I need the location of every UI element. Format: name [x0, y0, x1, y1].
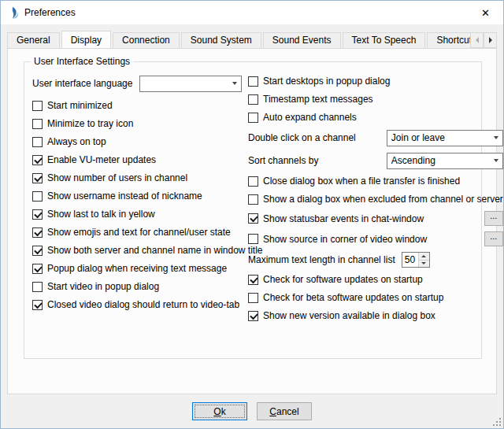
- resize-grip[interactable]: [491, 416, 502, 427]
- sort-channels-label: Sort channels by: [248, 155, 318, 166]
- tab-sound-events[interactable]: Sound Events: [263, 32, 341, 48]
- checkbox-row-auto-expand-channels[interactable]: Auto expand channels: [248, 111, 503, 124]
- checkbox-label: Popup dialog when receiving text message: [47, 263, 227, 274]
- checkbox-row-timestamp-messages[interactable]: Timestamp text messages: [248, 93, 503, 105]
- checkbox-label: Close dialog box when a file transfer is…: [263, 176, 460, 187]
- cancel-accel: C: [269, 406, 276, 417]
- close-button[interactable]: ✕: [468, 2, 503, 24]
- checkbox[interactable]: [32, 101, 43, 111]
- checkbox-label: Timestamp text messages: [263, 94, 373, 105]
- checkbox[interactable]: [32, 282, 43, 292]
- cancel-button[interactable]: Cancel: [257, 402, 312, 420]
- chevron-down-icon: [421, 262, 426, 264]
- checkbox-label: Show last to talk in yellow: [47, 209, 155, 220]
- checkbox-label: Auto expand channels: [263, 112, 357, 123]
- checkbox-row-start-minimized[interactable]: Start minimized: [32, 99, 248, 112]
- checkbox-row-vu-meter-updates[interactable]: Enable VU-meter updates: [32, 153, 248, 166]
- checkbox[interactable]: [32, 119, 43, 129]
- checkbox-row-username-instead-nickname[interactable]: Show username instead of nickname: [32, 190, 248, 202]
- checkbox-label: Show new version available in dialog box: [263, 310, 435, 321]
- ok-button[interactable]: Ok: [192, 402, 247, 420]
- checkbox[interactable]: [32, 137, 43, 147]
- checkbox-label: Enable VU-meter updates: [47, 154, 156, 165]
- checkbox-row-last-to-talk-yellow[interactable]: Show last to talk in yellow: [32, 208, 248, 220]
- double-click-label: Double click on a channel: [248, 132, 356, 143]
- checkbox-label: Show emojis and text for channel/user st…: [47, 227, 231, 238]
- spinner-down-button[interactable]: [419, 261, 429, 268]
- right-settings-column: Start desktops in popup dialog Timestamp…: [248, 75, 503, 322]
- checkbox-row-check-beta-updates[interactable]: Check for beta software updates on start…: [248, 291, 503, 304]
- checkbox-label: Show both server and channel name in win…: [47, 245, 263, 256]
- checkbox[interactable]: [32, 227, 43, 238]
- checkbox-label: Show username instead of nickname: [47, 190, 202, 202]
- tab-scroll-buttons: [470, 32, 497, 48]
- tab-display[interactable]: Display: [61, 31, 111, 48]
- tab-scroll-left-button[interactable]: [470, 32, 484, 48]
- checkbox[interactable]: [248, 234, 258, 244]
- checkbox-row-video-popup-dialog[interactable]: Start video in popup dialog: [32, 280, 248, 293]
- sort-channels-dropdown[interactable]: Ascending: [387, 153, 503, 169]
- checkbox[interactable]: [248, 213, 258, 224]
- checkbox-label: Show statusbar events in chat-window: [263, 213, 424, 224]
- checkbox[interactable]: [248, 293, 258, 303]
- max-text-length-spinner[interactable]: 50: [402, 252, 430, 268]
- video-source-config-button[interactable]: ...: [484, 231, 503, 246]
- checkbox-row-check-updates[interactable]: Check for software updates on startup: [248, 273, 503, 286]
- preferences-dialog: Preferences ✕ General Display Connection…: [0, 0, 504, 429]
- statusbar-events-config-button[interactable]: ...: [484, 211, 503, 226]
- checkbox-label: Minimize to tray icon: [47, 118, 133, 129]
- checkbox[interactable]: [248, 76, 258, 87]
- statusbar-events-row[interactable]: Show statusbar events in chat-window ...: [248, 211, 503, 226]
- tab-text-to-speech[interactable]: Text To Speech: [343, 32, 426, 48]
- language-row: User interface language: [32, 75, 248, 92]
- checkbox[interactable]: [248, 275, 258, 285]
- checkbox[interactable]: [32, 155, 43, 165]
- tab-connection[interactable]: Connection: [113, 32, 180, 48]
- tab-scroll-right-button[interactable]: [484, 32, 497, 48]
- checkbox[interactable]: [32, 191, 43, 202]
- double-click-row: Double click on a channel Join or leave: [248, 129, 503, 146]
- cancel-rest: ancel: [276, 406, 299, 417]
- checkbox[interactable]: [32, 209, 43, 220]
- spinner-buttons: [418, 253, 429, 267]
- titlebar[interactable]: Preferences ✕: [1, 1, 503, 24]
- checkbox-row-always-on-top[interactable]: Always on top: [32, 135, 248, 148]
- checkbox-label: Show number of users in channel: [47, 172, 187, 183]
- checkbox[interactable]: [32, 264, 43, 274]
- checkbox[interactable]: [248, 94, 258, 105]
- chevron-right-icon: [489, 37, 492, 43]
- checkbox[interactable]: [248, 311, 258, 321]
- chevron-left-icon: [476, 37, 479, 43]
- checkbox-row-closed-video-return[interactable]: Closed video dialog should return to vid…: [32, 298, 248, 311]
- spinner-up-button[interactable]: [419, 253, 429, 261]
- checkbox[interactable]: [32, 246, 43, 256]
- checkbox-row-minimize-to-tray[interactable]: Minimize to tray icon: [32, 117, 248, 130]
- tab-general[interactable]: General: [7, 32, 60, 48]
- app-icon: [7, 6, 20, 19]
- checkbox-label: Show source in corner of video window: [263, 234, 427, 245]
- group-title: User Interface Settings: [31, 56, 133, 67]
- checkbox[interactable]: [32, 300, 43, 310]
- checkbox-row-show-user-count[interactable]: Show number of users in channel: [32, 172, 248, 184]
- checkbox[interactable]: [248, 176, 258, 187]
- checkbox-row-popup-on-text-message[interactable]: Popup dialog when receiving text message: [32, 262, 248, 275]
- checkbox-label: Show a dialog box when excluded from cha…: [263, 194, 503, 205]
- user-interface-settings-group: User Interface Settings User interface l…: [24, 61, 482, 359]
- checkbox-row-server-channel-in-title[interactable]: Show both server and channel name in win…: [32, 244, 248, 257]
- checkbox-row-emojis-and-text[interactable]: Show emojis and text for channel/user st…: [32, 226, 248, 239]
- checkbox-row-close-on-transfer-finished[interactable]: Close dialog box when a file transfer is…: [248, 175, 503, 187]
- checkbox-row-new-version-dialog[interactable]: Show new version available in dialog box: [248, 309, 503, 322]
- language-dropdown[interactable]: [139, 76, 242, 92]
- video-source-corner-row[interactable]: Show source in corner of video window ..…: [248, 231, 503, 246]
- checkbox-row-desktops-popup[interactable]: Start desktops in popup dialog: [248, 75, 503, 87]
- checkbox[interactable]: [248, 194, 258, 205]
- checkbox-row-dialog-when-excluded[interactable]: Show a dialog box when excluded from cha…: [248, 193, 503, 205]
- double-click-dropdown[interactable]: Join or leave: [387, 130, 503, 146]
- checkbox[interactable]: [32, 173, 43, 183]
- tab-sound-system[interactable]: Sound System: [181, 32, 261, 48]
- chevron-down-icon: [494, 136, 498, 139]
- display-tab-panel: User Interface Settings User interface l…: [7, 48, 497, 394]
- checkbox[interactable]: [248, 113, 258, 123]
- language-label: User interface language: [32, 78, 139, 89]
- sort-channels-row: Sort channels by Ascending: [248, 152, 503, 169]
